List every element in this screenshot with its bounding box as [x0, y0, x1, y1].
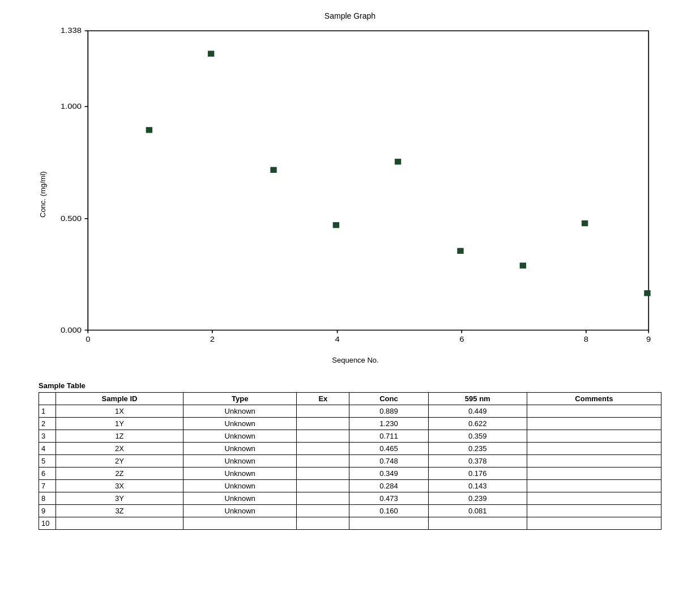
cell-ex	[297, 418, 349, 430]
svg-text:2: 2	[210, 335, 215, 343]
cell-comments	[527, 418, 661, 430]
table-header-row: Sample ID Type Ex Conc 595 nm Comments	[39, 393, 661, 405]
cell-conc: 0.160	[349, 505, 429, 517]
cell-nm: 0.449	[428, 405, 527, 418]
svg-rect-23	[270, 167, 276, 173]
table-title: Sample Table	[39, 381, 661, 390]
cell-nm: 0.359	[428, 430, 527, 443]
cell-nm: 0.378	[428, 455, 527, 468]
cell-num: 10	[39, 517, 56, 530]
svg-text:1.000: 1.000	[61, 102, 82, 110]
cell-conc: 1.230	[349, 418, 429, 430]
cell-nm: 0.239	[428, 492, 527, 505]
graph-container: Sample Graph Conc. (mg/ml) 0.000 0.500 1…	[39, 11, 661, 364]
table-row: 8 3Y Unknown 0.473 0.239	[39, 492, 661, 505]
col-header-type: Type	[183, 393, 297, 405]
cell-type: Unknown	[183, 505, 297, 517]
cell-conc: 0.473	[349, 492, 429, 505]
svg-rect-28	[582, 220, 588, 226]
cell-ex	[297, 455, 349, 468]
cell-sample-id: 3Y	[56, 492, 183, 505]
cell-comments	[527, 455, 661, 468]
cell-comments	[527, 492, 661, 505]
table-section: Sample Table Sample ID Type Ex Conc 595 …	[39, 381, 661, 530]
chart-svg: 0.000 0.500 1.000 1.338 0 2 4	[49, 25, 661, 354]
cell-ex	[297, 430, 349, 443]
cell-num: 9	[39, 505, 56, 517]
svg-text:0.500: 0.500	[61, 214, 82, 223]
cell-ex	[297, 405, 349, 418]
svg-rect-27	[520, 262, 526, 268]
cell-ex	[297, 517, 349, 530]
svg-text:0: 0	[86, 335, 90, 343]
cell-nm	[428, 517, 527, 530]
cell-conc: 0.465	[349, 443, 429, 455]
cell-type: Unknown	[183, 492, 297, 505]
cell-sample-id: 2Z	[56, 468, 183, 480]
cell-num: 2	[39, 418, 56, 430]
col-header-num	[39, 393, 56, 405]
cell-ex	[297, 443, 349, 455]
cell-num: 4	[39, 443, 56, 455]
cell-comments	[527, 480, 661, 492]
cell-sample-id: 2Y	[56, 455, 183, 468]
table-row: 3 1Z Unknown 0.711 0.359	[39, 430, 661, 443]
cell-conc	[349, 517, 429, 530]
cell-num: 8	[39, 492, 56, 505]
svg-rect-29	[644, 290, 650, 296]
cell-sample-id: 1Z	[56, 430, 183, 443]
cell-num: 7	[39, 480, 56, 492]
graph-title: Sample Graph	[39, 11, 661, 20]
cell-conc: 0.889	[349, 405, 429, 418]
graph-area: Conc. (mg/ml) 0.000 0.500 1.000 1.338	[39, 25, 661, 364]
svg-rect-0	[88, 31, 648, 330]
cell-ex	[297, 480, 349, 492]
cell-sample-id: 3X	[56, 480, 183, 492]
cell-type: Unknown	[183, 418, 297, 430]
col-header-sample-id: Sample ID	[56, 393, 183, 405]
cell-type	[183, 517, 297, 530]
cell-comments	[527, 505, 661, 517]
col-header-comments: Comments	[527, 393, 661, 405]
table-row: 5 2Y Unknown 0.748 0.378	[39, 455, 661, 468]
svg-text:4: 4	[335, 335, 340, 343]
cell-type: Unknown	[183, 480, 297, 492]
svg-rect-26	[457, 248, 463, 254]
cell-conc: 0.748	[349, 455, 429, 468]
svg-text:1.338: 1.338	[61, 26, 82, 35]
cell-conc: 0.711	[349, 430, 429, 443]
cell-sample-id: 1Y	[56, 418, 183, 430]
cell-comments	[527, 405, 661, 418]
cell-num: 1	[39, 405, 56, 418]
cell-nm: 0.235	[428, 443, 527, 455]
chart-wrapper: 0.000 0.500 1.000 1.338 0 2 4	[49, 25, 661, 364]
cell-sample-id: 3Z	[56, 505, 183, 517]
table-row: 10	[39, 517, 661, 530]
cell-comments	[527, 517, 661, 530]
cell-nm: 0.143	[428, 480, 527, 492]
table-row: 6 2Z Unknown 0.349 0.176	[39, 468, 661, 480]
svg-text:6: 6	[459, 335, 464, 343]
cell-conc: 0.349	[349, 468, 429, 480]
cell-num: 5	[39, 455, 56, 468]
x-axis-label: Sequence No.	[49, 356, 661, 364]
svg-text:8: 8	[584, 335, 588, 343]
cell-num: 3	[39, 430, 56, 443]
svg-text:9: 9	[646, 335, 651, 343]
cell-nm: 0.081	[428, 505, 527, 517]
table-row: 7 3X Unknown 0.284 0.143	[39, 480, 661, 492]
y-axis-label: Conc. (mg/ml)	[39, 25, 47, 364]
cell-comments	[527, 443, 661, 455]
cell-ex	[297, 468, 349, 480]
cell-num: 6	[39, 468, 56, 480]
col-header-ex: Ex	[297, 393, 349, 405]
cell-ex	[297, 492, 349, 505]
cell-comments	[527, 468, 661, 480]
svg-rect-24	[333, 222, 339, 228]
cell-type: Unknown	[183, 405, 297, 418]
table-row: 2 1Y Unknown 1.230 0.622	[39, 418, 661, 430]
cell-type: Unknown	[183, 468, 297, 480]
cell-sample-id	[56, 517, 183, 530]
cell-sample-id: 2X	[56, 443, 183, 455]
cell-conc: 0.284	[349, 480, 429, 492]
